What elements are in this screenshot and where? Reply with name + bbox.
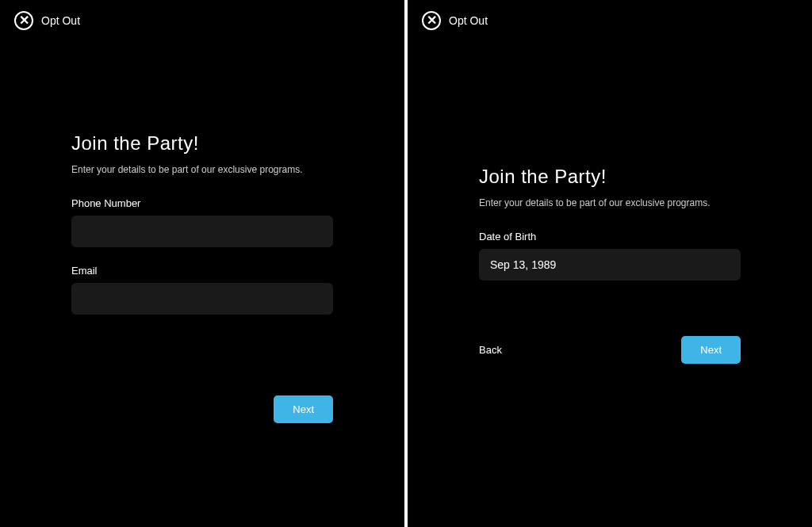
next-button[interactable]: Next bbox=[681, 336, 741, 364]
dob-input[interactable] bbox=[479, 249, 741, 281]
opt-out-bar: ✕ Opt Out bbox=[0, 0, 404, 41]
dob-label: Date of Birth bbox=[479, 231, 741, 242]
close-icon[interactable]: ✕ bbox=[14, 11, 33, 30]
opt-out-label[interactable]: Opt Out bbox=[449, 14, 488, 27]
page-title: Join the Party! bbox=[71, 132, 333, 155]
page-title: Join the Party! bbox=[479, 166, 741, 188]
opt-out-bar: ✕ Opt Out bbox=[408, 0, 812, 41]
page-subtitle: Enter your details to be part of our exc… bbox=[71, 164, 333, 175]
close-icon[interactable]: ✕ bbox=[422, 11, 441, 30]
next-button[interactable]: Next bbox=[274, 395, 333, 423]
page-subtitle: Enter your details to be part of our exc… bbox=[479, 197, 741, 208]
button-row: Back Next bbox=[479, 336, 741, 364]
form-content: Join the Party! Enter your details to be… bbox=[0, 41, 404, 423]
email-label: Email bbox=[71, 265, 333, 277]
screen-step-2: ✕ Opt Out Join the Party! Enter your det… bbox=[408, 0, 812, 527]
email-input[interactable] bbox=[71, 283, 333, 315]
phone-label: Phone Number bbox=[71, 197, 333, 209]
opt-out-label[interactable]: Opt Out bbox=[41, 14, 80, 27]
button-row: Next bbox=[71, 395, 333, 423]
screen-step-1: ✕ Opt Out Join the Party! Enter your det… bbox=[0, 0, 404, 527]
phone-input[interactable] bbox=[71, 216, 333, 247]
back-button[interactable]: Back bbox=[479, 344, 502, 356]
form-content: Join the Party! Enter your details to be… bbox=[408, 41, 812, 364]
